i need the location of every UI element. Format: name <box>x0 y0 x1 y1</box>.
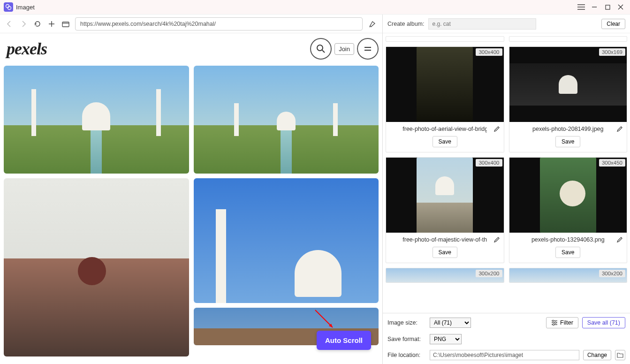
svg-point-21 <box>552 320 554 321</box>
thumb-card: 300x400 free-photo-of-majestic-view-of-t… <box>386 157 504 263</box>
thumb-filename: pexels-photo-2081499.jpeg <box>532 126 604 132</box>
app-title: Imaget <box>16 4 35 11</box>
save-format-label: Save format: <box>387 336 426 342</box>
gallery-image[interactable] <box>4 66 189 174</box>
svg-rect-6 <box>606 5 610 9</box>
thumb-image[interactable]: 300x400 <box>386 158 504 233</box>
search-icon[interactable] <box>310 38 332 60</box>
reload-button[interactable] <box>33 19 42 29</box>
save-button[interactable]: Save <box>555 247 580 258</box>
image-size-select[interactable]: All (71) <box>430 318 471 328</box>
thumb-filename: pexels-photo-13294063.png <box>531 236 605 243</box>
save-button[interactable]: Save <box>555 136 580 147</box>
gallery-image[interactable] <box>194 66 379 174</box>
thumb-card: 300x169 pexels-photo-2081499.jpeg Save <box>509 46 628 152</box>
back-button[interactable] <box>5 19 14 29</box>
album-bar: Create album: Clear <box>383 15 630 33</box>
pexels-header: pexels Join <box>0 33 382 64</box>
clear-button[interactable]: Clear <box>601 19 625 29</box>
thumb-card: 300x200 <box>509 268 628 283</box>
nav-bar <box>0 15 382 33</box>
gallery-image[interactable] <box>4 178 189 356</box>
size-badge: 300x200 <box>599 270 625 277</box>
auto-scroll-button[interactable]: Auto Scroll <box>317 331 371 350</box>
svg-point-23 <box>554 322 556 323</box>
tabs-button[interactable] <box>61 19 70 29</box>
thumb-image[interactable]: 300x450 <box>509 158 627 233</box>
window-controls <box>576 1 626 13</box>
size-badge: 300x400 <box>476 48 502 56</box>
edit-icon[interactable] <box>493 126 500 132</box>
filter-button-label: Filter <box>560 319 573 326</box>
join-button[interactable]: Join <box>334 43 354 55</box>
thumbs-area[interactable]: 300x400 free-photo-of-aerial-view-of-bri… <box>383 33 630 313</box>
thumb-card-partial <box>386 36 504 42</box>
svg-point-25 <box>553 324 554 325</box>
thumb-card: 300x450 pexels-photo-13294063.png Save <box>509 157 628 263</box>
save-button[interactable]: Save <box>433 136 457 147</box>
album-label: Create album: <box>387 21 425 27</box>
filter-icon <box>551 320 558 326</box>
thumb-card: 300x400 free-photo-of-aerial-view-of-bri… <box>386 46 504 152</box>
size-badge: 300x200 <box>476 270 502 277</box>
thumb-image[interactable]: 300x169 <box>509 47 627 122</box>
change-button[interactable]: Change <box>583 350 611 360</box>
thumb-card-partial <box>509 36 628 42</box>
maximize-button[interactable] <box>602 1 613 13</box>
title-bar: Imaget <box>0 0 630 15</box>
filter-button[interactable]: Filter <box>546 317 578 328</box>
close-button[interactable] <box>615 1 626 13</box>
add-tab-button[interactable] <box>47 19 56 29</box>
controls-panel: Image size: All (71) Filter Save all (71… <box>383 313 630 364</box>
thumb-filename: free-photo-of-majestic-view-of-the-taj- <box>402 236 487 243</box>
edit-icon[interactable] <box>493 236 500 243</box>
size-badge: 300x450 <box>599 159 625 167</box>
paint-icon[interactable] <box>367 19 378 29</box>
open-folder-button[interactable] <box>615 350 625 360</box>
file-location-input[interactable] <box>430 350 579 360</box>
thumb-image[interactable]: 300x400 <box>386 47 504 122</box>
forward-button[interactable] <box>19 19 28 29</box>
image-size-label: Image size: <box>387 319 426 326</box>
svg-rect-11 <box>62 22 69 27</box>
minimize-button[interactable] <box>589 1 600 13</box>
folder-icon <box>617 352 623 358</box>
browser-panel: pexels Join <box>0 15 383 364</box>
svg-point-1 <box>8 7 11 10</box>
pexels-gallery <box>0 64 382 358</box>
app-icon <box>4 2 13 12</box>
album-input[interactable] <box>428 18 536 30</box>
title-bar-left: Imaget <box>4 2 35 12</box>
svg-line-15 <box>322 50 325 53</box>
menu-icon[interactable] <box>576 1 587 13</box>
save-button[interactable]: Save <box>433 247 457 258</box>
pexels-logo[interactable]: pexels <box>7 39 47 59</box>
svg-line-13 <box>370 26 370 27</box>
thumbs-grid: 300x400 free-photo-of-aerial-view-of-bri… <box>386 36 627 283</box>
web-content[interactable]: pexels Join <box>0 33 382 364</box>
gallery-image[interactable] <box>194 178 379 303</box>
edit-icon[interactable] <box>616 236 623 243</box>
size-badge: 300x169 <box>599 48 625 56</box>
thumb-card: 300x200 <box>386 268 504 283</box>
save-format-select[interactable]: PNG <box>430 334 462 344</box>
thumb-image[interactable]: 300x200 <box>509 268 627 282</box>
svg-point-0 <box>6 5 9 8</box>
pexels-header-right: Join <box>310 38 379 60</box>
file-location-label: File location: <box>387 352 426 358</box>
thumb-filename: free-photo-of-aerial-view-of-bridge-in- <box>402 126 487 132</box>
size-badge: 300x400 <box>476 159 502 167</box>
svg-point-14 <box>317 45 323 51</box>
thumb-image[interactable]: 300x200 <box>386 268 504 282</box>
url-input[interactable] <box>75 17 363 30</box>
download-panel: Create album: Clear 300x400 free-photo-o… <box>383 15 630 364</box>
save-all-button[interactable]: Save all (71) <box>582 317 625 328</box>
edit-icon[interactable] <box>616 126 623 132</box>
hamburger-icon[interactable] <box>357 38 379 60</box>
